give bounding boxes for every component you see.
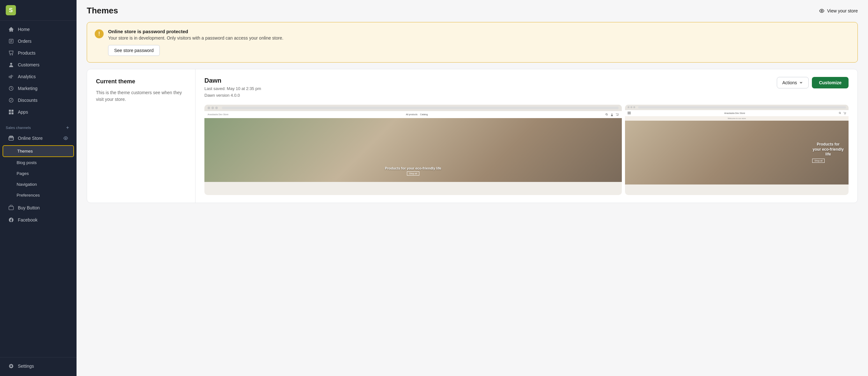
- svg-point-15: [617, 115, 617, 116]
- sidebar-item-blog-posts[interactable]: Blog posts: [3, 157, 74, 168]
- preview-nav-links: All products Catalog: [406, 113, 428, 116]
- preview-store-name: Anastasiia Dev Store: [208, 113, 228, 116]
- see-store-password-button[interactable]: See store password: [108, 45, 160, 56]
- mobile-preview-hero: Products for your eco-friendly life Shop…: [625, 121, 848, 184]
- sidebar-item-settings[interactable]: Settings: [3, 360, 74, 372]
- actions-label: Actions: [782, 80, 797, 85]
- preview-nav-link-1: All products: [406, 113, 418, 116]
- alert-content: Online store is password protected Your …: [108, 29, 850, 56]
- svg-point-13: [821, 10, 823, 11]
- mobile-nav-icons: [839, 112, 846, 115]
- facebook-icon: [8, 217, 14, 223]
- sidebar-item-navigation[interactable]: Navigation: [3, 179, 74, 190]
- preview-nav-link-2: Catalog: [420, 113, 428, 116]
- add-sales-channel-icon[interactable]: +: [64, 124, 71, 131]
- sidebar-logo: S: [0, 0, 76, 21]
- sidebar-item-orders[interactable]: Orders: [3, 35, 74, 47]
- sidebar-item-home-label: Home: [18, 27, 30, 32]
- sidebar-preferences-label: Preferences: [17, 193, 40, 198]
- preview-search-icon: [605, 113, 609, 116]
- buy-button-icon: [8, 205, 14, 211]
- svg-point-19: [845, 114, 846, 114]
- theme-section: Current theme This is the theme customer…: [87, 69, 858, 203]
- alert-title: Online store is password protected: [108, 29, 850, 34]
- sidebar-bottom: Settings: [0, 357, 76, 376]
- mobile-search-icon: [839, 112, 841, 115]
- browser-dot-1: [208, 107, 210, 109]
- customize-button[interactable]: Customize: [812, 77, 848, 88]
- sidebar-themes-label: Themes: [17, 149, 33, 153]
- svg-rect-8: [11, 112, 13, 114]
- mobile-dot-1: [627, 106, 629, 108]
- content-area: ! Online store is password protected You…: [76, 16, 868, 213]
- mobile-cart-icon: [843, 112, 846, 115]
- customers-icon: [8, 62, 14, 68]
- svg-point-11: [65, 138, 66, 139]
- topbar: Themes View your store: [76, 0, 868, 16]
- svg-rect-6: [11, 110, 13, 112]
- analytics-icon: [8, 74, 14, 80]
- theme-action-buttons: Actions Customize: [777, 77, 848, 88]
- svg-rect-12: [9, 206, 13, 210]
- view-store-button[interactable]: View your store: [819, 8, 858, 14]
- sidebar-item-discounts-label: Discounts: [18, 98, 37, 103]
- chevron-down-icon: [799, 81, 803, 85]
- desktop-preview-hero-text: Products for your eco-friendly life: [385, 166, 441, 170]
- sidebar-item-themes[interactable]: Themes: [3, 145, 74, 157]
- mobile-dot-3: [633, 106, 635, 108]
- main-content: Themes View your store ! Online store is…: [76, 0, 868, 376]
- current-theme-description: This is the theme customers see when the…: [96, 89, 186, 103]
- online-store-label: Online Store: [18, 136, 43, 141]
- svg-rect-9: [9, 137, 13, 140]
- theme-version: Dawn version 4.0.0: [205, 92, 261, 99]
- theme-info: Dawn Last saved: May 10 at 2:35 pm Dawn …: [205, 77, 261, 99]
- sidebar-item-marketing-label: Marketing: [18, 86, 37, 91]
- preview-nav-icons: [605, 113, 619, 116]
- online-store-icon: [8, 135, 14, 141]
- sidebar: S Home Orders Products: [0, 0, 76, 376]
- mobile-welcome-text: Welcome to our store: [625, 116, 848, 121]
- theme-left-panel: Current theme This is the theme customer…: [87, 69, 195, 203]
- sidebar-item-analytics-label: Analytics: [18, 74, 36, 79]
- sidebar-item-online-store[interactable]: Online Store: [3, 133, 74, 144]
- desktop-preview-shop-btn: Shop all: [407, 171, 419, 176]
- sidebar-navigation-label: Navigation: [17, 182, 37, 187]
- shopify-logo-icon: S: [6, 5, 16, 15]
- sidebar-item-home[interactable]: Home: [3, 24, 74, 35]
- sidebar-item-preferences[interactable]: Preferences: [3, 190, 74, 200]
- sidebar-item-analytics[interactable]: Analytics: [3, 71, 74, 82]
- main-nav: Home Orders Products Customers: [0, 21, 76, 121]
- home-icon: [8, 27, 14, 32]
- mobile-shop-btn: Shop all: [812, 158, 825, 163]
- actions-button[interactable]: Actions: [777, 77, 809, 88]
- sidebar-item-pages[interactable]: Pages: [3, 168, 74, 179]
- products-icon: [8, 50, 14, 56]
- browser-bar: [205, 105, 622, 111]
- eye-icon: [63, 136, 68, 141]
- browser-address-bar: [222, 107, 619, 109]
- mobile-preview: Anastasiia Dev Store: [625, 105, 848, 195]
- theme-right-panel: Dawn Last saved: May 10 at 2:35 pm Dawn …: [195, 69, 858, 203]
- sidebar-item-customers[interactable]: Customers: [3, 59, 74, 70]
- svg-point-1: [10, 54, 10, 55]
- sales-channels-label: Sales channels: [6, 126, 31, 129]
- alert-description: Your store is in development. Only visit…: [108, 35, 850, 40]
- sidebar-item-customers-label: Customers: [18, 62, 39, 67]
- sidebar-item-apps[interactable]: Apps: [3, 106, 74, 118]
- desktop-preview-nav: Anastasiia Dev Store All products Catalo…: [205, 111, 622, 118]
- sidebar-item-facebook[interactable]: Facebook: [3, 214, 74, 226]
- settings-icon: [8, 363, 14, 369]
- sidebar-item-marketing[interactable]: Marketing: [3, 83, 74, 94]
- svg-rect-10: [10, 136, 13, 137]
- sidebar-item-discounts[interactable]: Discounts: [3, 94, 74, 106]
- view-store-label: View your store: [827, 8, 858, 13]
- desktop-preview: Anastasiia Dev Store All products Catalo…: [205, 105, 622, 195]
- marketing-icon: [8, 86, 14, 91]
- online-store-sub-nav: Themes Blog posts Pages Navigation Prefe…: [0, 145, 76, 201]
- current-theme-label: Current theme: [96, 78, 186, 85]
- sidebar-item-products[interactable]: Products: [3, 47, 74, 59]
- sidebar-buy-button-label: Buy Button: [18, 205, 40, 210]
- mobile-dot-2: [630, 106, 632, 108]
- sidebar-blog-posts-label: Blog posts: [17, 160, 37, 165]
- sidebar-item-buy-button[interactable]: Buy Button: [3, 202, 74, 213]
